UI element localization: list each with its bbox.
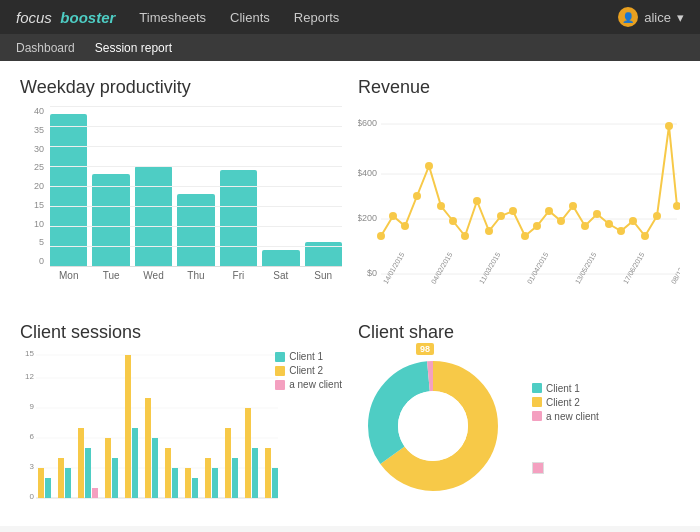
rev-dot-22 [629, 217, 637, 225]
bar-tue [92, 174, 129, 266]
svg-rect-29 [185, 468, 191, 498]
rev-dot-26 [673, 202, 680, 210]
legend-client2-label: Client 2 [289, 365, 323, 376]
bar-thu [177, 194, 214, 266]
logo-focus: focus [16, 9, 52, 26]
client-sessions-section: Client sessions Client 1 Client 2 a new … [20, 322, 342, 510]
weekday-chart-title: Weekday productivity [20, 77, 342, 98]
rev-dot-18 [581, 222, 589, 230]
y-label-35: 35 [20, 125, 44, 135]
bar-fri-rect [220, 170, 257, 266]
rev-y-200: $200 [358, 213, 377, 223]
bar-wed-rect [135, 166, 172, 266]
client-share-title: Client share [358, 322, 680, 343]
donut-svg [358, 351, 508, 501]
sessions-svg: 0 3 6 9 12 15 [20, 351, 280, 506]
nav-reports[interactable]: Reports [294, 10, 340, 25]
new-client-color-swatch [532, 462, 544, 474]
donut-legend-client1: Client 1 [532, 383, 599, 394]
bar-fri [220, 170, 257, 266]
legend-client1: Client 1 [275, 351, 342, 362]
y-label-15: 15 [20, 200, 44, 210]
x-label-thu: Thu [177, 270, 214, 281]
rev-dot-17 [569, 202, 577, 210]
y-label-30: 30 [20, 144, 44, 154]
svg-rect-20 [92, 488, 98, 498]
x-label-sun: Sun [305, 270, 342, 281]
y-label-0: 0 [20, 256, 44, 266]
donut-legend-client2: Client 2 [532, 397, 599, 408]
bar-mon-rect [50, 114, 87, 266]
user-name[interactable]: alice [644, 10, 671, 25]
bar-sat-rect [262, 250, 299, 266]
client-share-chart: 98 Client 1 Client 2 [358, 351, 680, 505]
main-content: Weekday productivity 0 5 10 15 20 25 30 … [0, 61, 700, 526]
x-label-tue: Tue [92, 270, 129, 281]
svg-rect-21 [105, 438, 111, 498]
rev-dot-25 [665, 122, 673, 130]
donut-badge: 98 [416, 343, 434, 355]
svg-rect-16 [58, 458, 64, 498]
header: focus booster Timesheets Clients Reports… [0, 0, 700, 34]
svg-rect-24 [132, 428, 138, 498]
rev-dot-24 [653, 212, 661, 220]
subnav-dashboard[interactable]: Dashboard [16, 41, 75, 55]
svg-rect-36 [252, 448, 258, 498]
svg-rect-19 [85, 448, 91, 498]
svg-rect-18 [78, 428, 84, 498]
rev-y-600: $600 [358, 118, 377, 128]
nav-timesheets[interactable]: Timesheets [139, 10, 206, 25]
revenue-chart: $0 $200 $400 $600 [358, 106, 680, 306]
svg-rect-38 [272, 468, 278, 498]
bar-thu-rect [177, 194, 214, 266]
svg-text:15: 15 [25, 351, 34, 358]
svg-rect-17 [65, 468, 71, 498]
rev-y-0: $0 [367, 268, 377, 278]
svg-rect-30 [192, 478, 198, 498]
svg-text:0: 0 [30, 492, 35, 501]
dropdown-icon[interactable]: ▾ [677, 10, 684, 25]
subnav-session-report[interactable]: Session report [95, 41, 172, 55]
x-label-fri: Fri [220, 270, 257, 281]
rev-dot-12 [509, 207, 517, 215]
user-avatar: 👤 [618, 7, 638, 27]
legend-new-client-label: a new client [289, 379, 342, 390]
svg-text:9: 9 [30, 402, 35, 411]
rev-dot-11 [497, 212, 505, 220]
rev-dot-13 [521, 232, 529, 240]
y-label-25: 25 [20, 162, 44, 172]
svg-text:3: 3 [30, 462, 35, 471]
y-label-10: 10 [20, 219, 44, 229]
donut-legend-client1-label: Client 1 [546, 383, 580, 394]
bar-sun [305, 242, 342, 266]
rev-x-5: 13/05/2015 [574, 251, 598, 285]
bar-sun-rect [305, 242, 342, 266]
rev-x-7: 08/12/2015 [670, 251, 680, 285]
rev-dot-1 [377, 232, 385, 240]
rev-y-400: $400 [358, 168, 377, 178]
svg-rect-26 [152, 438, 158, 498]
sess-bar-1b [45, 478, 51, 498]
legend-client2: Client 2 [275, 365, 342, 376]
weekday-bar-chart: 0 5 10 15 20 25 30 35 40 [20, 106, 342, 306]
rev-dot-2 [389, 212, 397, 220]
rev-dot-14 [533, 222, 541, 230]
svg-rect-27 [165, 448, 171, 498]
x-label-mon: Mon [50, 270, 87, 281]
svg-text:12: 12 [25, 372, 34, 381]
rev-dot-9 [473, 197, 481, 205]
rev-x-6: 17/06/2015 [622, 251, 646, 285]
nav-clients[interactable]: Clients [230, 10, 270, 25]
y-label-5: 5 [20, 237, 44, 247]
bar-wed [135, 166, 172, 266]
rev-dot-16 [557, 217, 565, 225]
donut-legend-new-client-label: a new client [546, 411, 599, 422]
bar-tue-rect [92, 174, 129, 266]
donut-legend: Client 1 Client 2 a new client [532, 383, 599, 474]
client-sessions-title: Client sessions [20, 322, 342, 343]
svg-rect-37 [265, 448, 271, 498]
rev-dot-15 [545, 207, 553, 215]
client-share-section: Client share 98 Client 1 [358, 322, 680, 510]
bar-mon [50, 114, 87, 266]
svg-rect-23 [125, 355, 131, 498]
